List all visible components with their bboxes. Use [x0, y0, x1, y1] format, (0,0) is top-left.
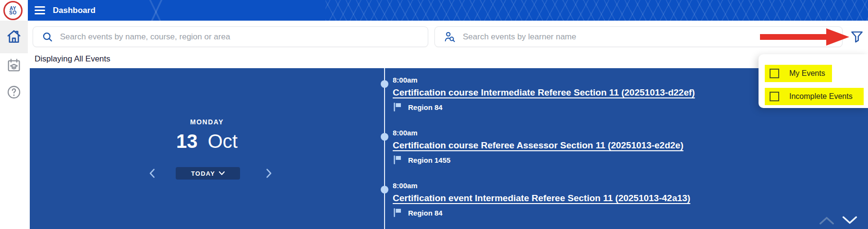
home-icon — [6, 28, 22, 47]
event-row: 8:00am Certification event Intermediate … — [393, 181, 825, 218]
learner-search-box — [434, 26, 843, 47]
menu-hamburger-icon[interactable] — [35, 6, 45, 14]
learner-search-input[interactable] — [463, 32, 842, 42]
incomplete-events-checkbox[interactable] — [770, 92, 779, 101]
app-header: Dashboard — [28, 0, 868, 21]
events-panel: MONDAY 13 Oct TODAY — [30, 68, 868, 229]
event-region-row: Region 84 — [393, 207, 825, 218]
timeline-dot — [381, 133, 388, 141]
event-pager — [819, 216, 857, 225]
my-events-checkbox[interactable] — [770, 69, 779, 78]
date-display: 13 Oct — [30, 131, 384, 152]
education-calendar-icon — [6, 58, 22, 75]
logo-text-bottom: SO — [9, 11, 16, 15]
scroll-down-chevron-icon[interactable] — [842, 216, 857, 225]
sidebar: AY SO — [0, 0, 28, 229]
ayso-logo: AY SO — [3, 1, 23, 20]
event-title-link[interactable]: Certification event Intermediate Referee… — [393, 193, 690, 204]
timeline-line — [384, 68, 385, 229]
event-region: Region 1455 — [408, 156, 450, 164]
timeline-dot — [381, 186, 388, 193]
event-search-input[interactable] — [60, 32, 428, 42]
flag-icon — [393, 102, 403, 112]
filter-option-incomplete-events[interactable]: Incomplete Events — [765, 88, 864, 105]
status-text: Displaying All Events — [35, 54, 110, 64]
filter-option-label: Incomplete Events — [789, 92, 853, 101]
timeline-dot — [381, 80, 388, 88]
event-time: 8:00am — [393, 181, 825, 190]
dashboard-page: AY SO — [0, 0, 868, 229]
next-day-chevron-icon[interactable] — [262, 167, 275, 180]
sidebar-item-help[interactable] — [0, 84, 28, 102]
help-icon — [6, 84, 22, 102]
person-search-icon — [444, 31, 456, 43]
event-region-row: Region 1455 — [393, 155, 825, 165]
event-region: Region 84 — [408, 209, 443, 217]
flag-icon — [393, 207, 403, 218]
filter-dropdown: My Events Incomplete Events — [759, 54, 868, 108]
sidebar-item-home[interactable] — [0, 28, 28, 47]
filter-option-label: My Events — [789, 69, 825, 78]
month-label: Oct — [208, 131, 238, 152]
previous-day-chevron-icon[interactable] — [146, 167, 159, 180]
event-search-box — [33, 26, 428, 47]
today-button[interactable]: TODAY — [176, 167, 240, 180]
weekday-label: MONDAY — [30, 118, 384, 126]
filter-funnel-icon[interactable] — [850, 29, 865, 45]
event-title-link[interactable]: Certification course Referee Assessor Se… — [393, 140, 684, 151]
event-title-link[interactable]: Certification course Intermediate Refere… — [393, 87, 695, 98]
search-icon — [42, 31, 53, 43]
today-label: TODAY — [191, 170, 215, 177]
event-row: 8:00am Certification course Referee Asse… — [393, 129, 825, 165]
date-nav-row: TODAY — [30, 167, 384, 181]
chevron-down-icon — [219, 171, 225, 175]
event-time: 8:00am — [393, 129, 825, 137]
day-number: 13 — [176, 131, 198, 152]
page-title: Dashboard — [53, 0, 96, 21]
filter-option-my-events[interactable]: My Events — [765, 65, 832, 82]
scroll-up-chevron-icon[interactable] — [819, 216, 834, 225]
sidebar-item-education[interactable] — [0, 57, 28, 75]
flag-icon — [393, 155, 403, 165]
event-region: Region 84 — [408, 103, 443, 111]
